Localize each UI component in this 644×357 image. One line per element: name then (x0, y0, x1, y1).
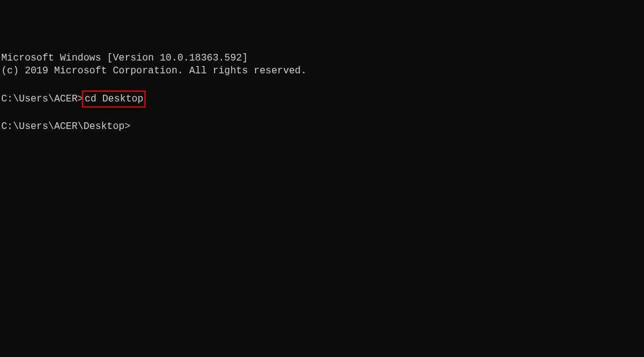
blank-line (1, 78, 643, 90)
copyright-line: (c) 2019 Microsoft Corporation. All righ… (1, 65, 643, 78)
version-line: Microsoft Windows [Version 10.0.18363.59… (1, 52, 643, 65)
prompt-path-1: C:\Users\ACER> (1, 94, 83, 105)
highlighted-command: cd Desktop (82, 90, 146, 108)
blank-line (1, 108, 643, 120)
terminal-window[interactable]: Microsoft Windows [Version 10.0.18363.59… (1, 52, 643, 357)
command-line-2[interactable]: C:\Users\ACER\Desktop> (1, 120, 643, 133)
prompt-path-2: C:\Users\ACER\Desktop> (1, 121, 130, 132)
command-line-1: C:\Users\ACER>cd Desktop (1, 90, 643, 108)
